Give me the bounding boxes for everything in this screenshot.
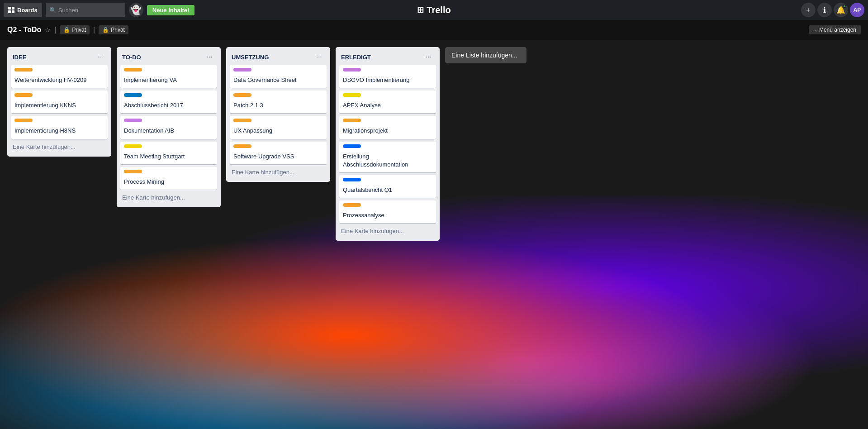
divider: |	[54, 26, 56, 34]
card[interactable]: DSGVO Implementierung	[339, 65, 436, 88]
card-label	[343, 144, 361, 148]
card[interactable]: Quartalsbericht Q1	[339, 175, 436, 198]
notification-dot	[843, 5, 846, 8]
trello-logo: ⊞ Trello	[417, 5, 451, 15]
notification-button[interactable]: 🔔	[834, 3, 848, 17]
list-menu-erledigt[interactable]: ···	[423, 52, 434, 62]
card-title: Migrationsprojekt	[343, 127, 432, 135]
list-title-idee: IDEE	[13, 54, 26, 61]
user-avatar-button[interactable]: AP	[850, 3, 864, 17]
list-header-umsetzung: UMSETZUNG···	[230, 51, 327, 65]
card-label	[343, 178, 361, 181]
card[interactable]: Team Meeting Stuttgart	[120, 142, 217, 164]
list-header-todo: TO-DO···	[120, 51, 217, 65]
card-title: Team Meeting Stuttgart	[124, 153, 213, 161]
list-header-erledigt: ERLEDIGT···	[339, 51, 436, 65]
add-card-button-erledigt[interactable]: Eine Karte hinzufügen...	[339, 225, 436, 237]
boards-button[interactable]: Boards	[4, 3, 42, 17]
list-menu-idee[interactable]: ···	[95, 52, 106, 62]
card[interactable]: Process Mining	[120, 167, 217, 190]
top-navigation: Boards 🔍 👻 Neue Inhalte! ⊞ Trello ＋ ℹ 🔔 …	[0, 0, 868, 20]
card-label	[124, 170, 142, 173]
list-menu-umsetzung[interactable]: ···	[313, 52, 325, 62]
card[interactable]: Erstellung Abschlussdokumentation	[339, 142, 436, 172]
card[interactable]: Patch 2.1.3	[230, 91, 327, 113]
card-title: Quartalsbericht Q1	[343, 186, 432, 194]
card[interactable]: Implementierung H8NS	[11, 116, 108, 138]
list-title-erledigt: ERLEDIGT	[341, 54, 371, 61]
list-erledigt: ERLEDIGT···DSGVO ImplementierungAPEX Ana…	[336, 47, 440, 241]
card[interactable]: APEX Analyse	[339, 91, 436, 113]
privacy-button-2[interactable]: 🔒 Privat	[99, 25, 128, 34]
card[interactable]: Prozessanalyse	[339, 200, 436, 223]
search-bar[interactable]: 🔍	[46, 3, 125, 17]
card[interactable]: Software Upgrade VSS	[230, 142, 327, 164]
new-content-button[interactable]: Neue Inhalte!	[147, 5, 195, 15]
star-icon[interactable]: ☆	[45, 26, 51, 33]
board-background: IDEE···Weiterentwicklung HV-0209Implemen…	[0, 40, 868, 429]
lock-icon-2: 🔒	[102, 27, 109, 33]
list-umsetzung: UMSETZUNG···Data Governance SheetPatch 2…	[226, 47, 330, 182]
list-title-umsetzung: UMSETZUNG	[232, 54, 269, 61]
card-title: Implementierung H8NS	[14, 127, 104, 135]
card-label	[343, 203, 361, 207]
card-title: DSGVO Implementierung	[343, 76, 432, 84]
search-icon: 🔍	[49, 7, 57, 14]
card-title: Erstellung Abschlussdokumentation	[343, 153, 432, 169]
card-label	[343, 119, 361, 122]
add-card-button-todo[interactable]: Eine Karte hinzufügen...	[120, 191, 217, 204]
card-label	[233, 144, 251, 148]
card[interactable]: Abschlussbericht 2017	[120, 91, 217, 113]
card-title: Patch 2.1.3	[233, 101, 323, 110]
list-idee: IDEE···Weiterentwicklung HV-0209Implemen…	[7, 47, 111, 157]
card-title: Data Governance Sheet	[233, 76, 323, 84]
add-card-button-umsetzung[interactable]: Eine Karte hinzufügen...	[230, 166, 327, 178]
board-header: Q2 - ToDo ☆ | 🔒 Privat | 🔒 Privat ··· Me…	[0, 20, 868, 40]
card-title: APEX Analyse	[343, 101, 432, 110]
card[interactable]: Weiterentwicklung HV-0209	[11, 65, 108, 88]
card-title: Implementierung KKNS	[14, 101, 104, 110]
card[interactable]: Implementierung VA	[120, 65, 217, 88]
card-title: Process Mining	[124, 178, 213, 186]
card[interactable]: Data Governance Sheet	[230, 65, 327, 88]
card-label	[14, 119, 33, 122]
privacy-button-1[interactable]: 🔒 Privat	[60, 25, 90, 34]
card-title: Dokumentation AIB	[124, 127, 213, 135]
trello-icon: ⊞	[417, 5, 424, 15]
cards-container-todo: Implementierung VAAbschlussbericht 2017D…	[120, 65, 217, 190]
card-label	[233, 119, 251, 122]
boards-icon	[8, 7, 14, 13]
card[interactable]: Dokumentation AIB	[120, 116, 217, 138]
card-label	[233, 93, 251, 97]
search-input[interactable]	[58, 7, 122, 14]
card-label	[343, 93, 361, 97]
add-card-button-idee[interactable]: Eine Karte hinzufügen...	[11, 141, 108, 153]
card[interactable]: Implementierung KKNS	[11, 91, 108, 113]
ghost-avatar: 👻	[129, 3, 143, 17]
card-title: Weiterentwicklung HV-0209	[14, 76, 104, 84]
menu-button[interactable]: ··· Menü anzeigen	[809, 25, 861, 34]
board-canvas: IDEE···Weiterentwicklung HV-0209Implemen…	[0, 40, 868, 429]
card-title: Prozessanalyse	[343, 211, 432, 219]
list-title-todo: TO-DO	[122, 54, 141, 61]
cards-container-erledigt: DSGVO ImplementierungAPEX AnalyseMigrati…	[339, 65, 436, 223]
nav-right-actions: ＋ ℹ 🔔 AP	[801, 3, 864, 17]
card-title: Software Upgrade VSS	[233, 153, 323, 161]
card-label	[233, 68, 251, 72]
card-label	[124, 144, 142, 148]
lock-icon: 🔒	[63, 27, 70, 33]
card-label	[124, 68, 142, 72]
divider2: |	[93, 26, 95, 34]
add-button[interactable]: ＋	[801, 3, 816, 17]
list-todo: TO-DO···Implementierung VAAbschlussberic…	[117, 47, 221, 207]
card-label	[343, 68, 361, 72]
card[interactable]: UX Anpassung	[230, 116, 327, 138]
card[interactable]: Migrationsprojekt	[339, 116, 436, 138]
card-title: Implementierung VA	[124, 76, 213, 84]
card-title: Abschlussbericht 2017	[124, 101, 213, 110]
add-list-button[interactable]: Eine Liste hinzufügen...	[445, 47, 526, 63]
list-menu-todo[interactable]: ···	[204, 52, 215, 62]
cards-container-umsetzung: Data Governance SheetPatch 2.1.3UX Anpas…	[230, 65, 327, 164]
card-title: UX Anpassung	[233, 127, 323, 135]
info-button[interactable]: ℹ	[817, 3, 832, 17]
